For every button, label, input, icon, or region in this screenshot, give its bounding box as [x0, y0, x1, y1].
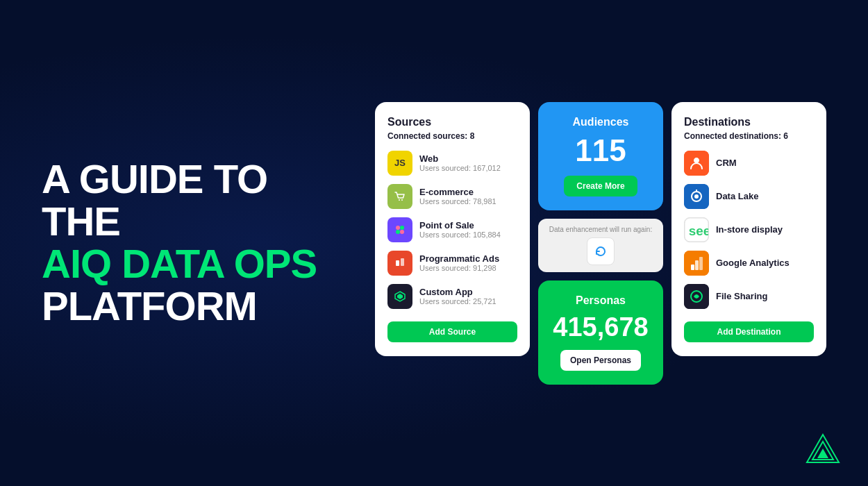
dest-name: Data Lake [716, 191, 758, 201]
create-more-button[interactable]: Create More [564, 176, 637, 196]
source-users: Users sourced: 105,884 [419, 231, 501, 239]
crm-icon [684, 151, 709, 176]
svg-point-7 [400, 230, 404, 234]
data-enhance-label: Data enhancement will run again: [546, 226, 655, 233]
js-icon: JS [387, 151, 412, 176]
middle-column: Audiences 115 Create More Data enhanceme… [538, 102, 663, 385]
destinations-card: Destinations Connected destinations: 6 C… [671, 102, 826, 356]
hero-title-line1: A GUIDE TO THE [42, 156, 267, 244]
list-item: seed In-store display [684, 217, 814, 242]
personas-card: Personas 415,678 Open Personas [538, 280, 663, 385]
hero-section: A GUIDE TO THE AIQ DATA OPS PLATFORM [42, 158, 375, 328]
list-item: Programmatic Ads Users sourced: 91,298 [387, 251, 517, 276]
sources-card: Sources Connected sources: 8 JS Web User… [375, 102, 530, 356]
instore-icon: seed [684, 217, 709, 242]
refresh-icon [587, 237, 615, 265]
svg-rect-23 [695, 260, 699, 270]
svg-point-1 [399, 199, 400, 201]
cards-section: Sources Connected sources: 8 JS Web User… [375, 102, 826, 385]
source-name: Point of Sale [419, 220, 501, 231]
list-item: JS Web Users sourced: 167,012 [387, 151, 517, 176]
source-name: Programmatic Ads [419, 253, 499, 264]
sources-subtitle: Connected sources: 8 [387, 131, 517, 141]
datalake-icon [684, 184, 709, 209]
personas-title: Personas [551, 294, 651, 307]
ecommerce-icon [387, 184, 412, 209]
hero-title-line3: PLATFORM [42, 283, 257, 328]
svg-point-2 [401, 199, 403, 201]
svg-point-6 [396, 230, 400, 234]
destinations-title: Destinations [684, 116, 814, 128]
list-item: CRM [684, 151, 814, 176]
source-users: Users sourced: 167,012 [419, 164, 501, 172]
pos-icon [387, 217, 412, 242]
svg-rect-10 [401, 258, 404, 266]
personas-count: 415,678 [551, 314, 651, 340]
svg-point-17 [694, 194, 699, 199]
google-analytics-icon [684, 251, 709, 276]
programmatic-icon [387, 251, 412, 276]
add-source-button[interactable]: Add Source [387, 321, 517, 342]
list-item: File Sharing [684, 284, 814, 309]
source-users: Users sourced: 25,721 [419, 297, 496, 305]
dest-name: In-store display [716, 224, 783, 235]
destinations-subtitle: Connected destinations: 6 [684, 131, 814, 141]
source-users: Users sourced: 91,298 [419, 264, 499, 272]
svg-rect-3 [392, 222, 408, 237]
source-name: Custom App [419, 287, 496, 297]
source-name: E-commerce [419, 187, 496, 197]
file-sharing-icon [684, 284, 709, 309]
audiences-card: Audiences 115 Create More [538, 102, 663, 210]
hero-title-line2: AIQ DATA OPS [42, 241, 317, 286]
audiences-count: 115 [551, 135, 651, 166]
list-item: Custom App Users sourced: 25,721 [387, 284, 517, 309]
svg-text:seed: seed [689, 223, 708, 237]
svg-point-5 [400, 226, 404, 230]
hero-title: A GUIDE TO THE AIQ DATA OPS PLATFORM [42, 158, 347, 328]
audiences-title: Audiences [551, 116, 651, 128]
svg-point-4 [396, 226, 400, 230]
add-destination-button[interactable]: Add Destination [684, 321, 814, 342]
dest-name: CRM [716, 158, 737, 168]
dest-name: Google Analytics [716, 258, 790, 268]
svg-rect-0 [392, 189, 408, 204]
list-item: E-commerce Users sourced: 78,981 [387, 184, 517, 209]
open-personas-button[interactable]: Open Personas [560, 350, 641, 371]
source-users: Users sourced: 78,981 [419, 197, 496, 206]
list-item: Point of Sale Users sourced: 105,884 [387, 217, 517, 242]
list-item: Data Lake [684, 184, 814, 209]
svg-rect-24 [699, 257, 703, 270]
custom-app-icon [387, 284, 412, 309]
svg-rect-8 [392, 255, 408, 271]
svg-rect-9 [396, 260, 399, 266]
source-name: Web [419, 153, 501, 164]
svg-rect-22 [691, 265, 694, 270]
sources-title: Sources [387, 116, 517, 128]
dest-name: File Sharing [716, 291, 767, 301]
data-enhancement-section: Data enhancement will run again: [538, 219, 663, 272]
list-item: Google Analytics [684, 251, 814, 276]
